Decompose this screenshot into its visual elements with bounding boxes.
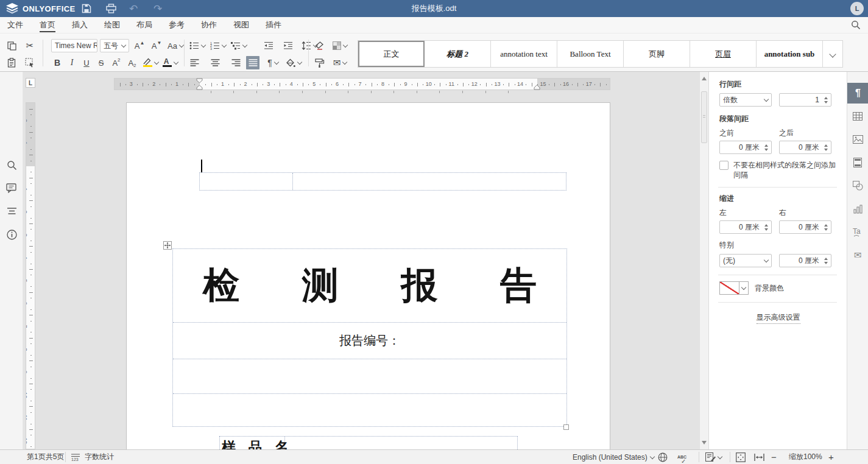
justify-button[interactable] (246, 56, 259, 69)
clear-style-button[interactable] (313, 39, 326, 52)
spacing-before-spinner[interactable]: 0 厘米 (719, 141, 772, 154)
decrease-indent-button[interactable] (262, 39, 275, 52)
language-select[interactable]: English (United States) (573, 450, 654, 464)
align-center-button[interactable] (208, 56, 222, 69)
spinner-up[interactable] (824, 144, 828, 147)
page[interactable]: 检 测 报 告 报告编号： 样 品 名 (126, 102, 610, 464)
tab-file[interactable]: 文件 (7, 17, 23, 33)
mail-merge-settings-tab[interactable]: ✉ (852, 250, 863, 261)
scroll-up-arrow[interactable] (702, 77, 707, 80)
no-space-between-checkbox[interactable] (719, 161, 729, 170)
styles-gallery-expand-button[interactable] (823, 41, 842, 67)
shape-settings-tab[interactable] (852, 180, 863, 191)
tab-layout[interactable]: 布局 (136, 17, 152, 33)
superscript-button[interactable]: A2 (110, 56, 123, 69)
fit-width-button[interactable] (754, 450, 764, 464)
indent-markers[interactable] (196, 78, 203, 90)
scrollbar-thumb[interactable] (701, 91, 707, 143)
line-spacing-value-spinner[interactable]: 1 (779, 93, 831, 107)
image-settings-tab[interactable] (852, 134, 863, 145)
zoom-out-button[interactable]: − (771, 450, 777, 464)
style-footer[interactable]: 页脚 (624, 41, 690, 67)
zoom-value[interactable]: 缩放100% (789, 450, 822, 464)
spinner-down[interactable] (824, 228, 828, 231)
header-table[interactable] (199, 172, 566, 191)
undo-button[interactable]: ↶ (128, 3, 139, 14)
style-header[interactable]: 页眉 (690, 41, 757, 67)
shading-button[interactable] (284, 56, 303, 69)
copy-style-button[interactable] (313, 56, 326, 69)
tab-references[interactable]: 参考 (169, 17, 185, 33)
tab-home[interactable]: 首页 (40, 17, 55, 33)
indent-left-spinner[interactable]: 0 厘米 (719, 220, 772, 234)
spinner-down[interactable] (824, 149, 828, 151)
search-button[interactable] (851, 20, 861, 30)
cut-button[interactable]: ✂ (23, 39, 37, 52)
paste-button[interactable] (5, 56, 18, 69)
navigation-button[interactable] (6, 205, 17, 216)
font-color-button[interactable]: A (160, 56, 179, 69)
save-button[interactable] (81, 3, 92, 14)
user-avatar[interactable]: L (850, 2, 864, 15)
select-all-button[interactable] (23, 56, 37, 69)
spinner-up[interactable] (824, 224, 828, 227)
right-indent-marker[interactable] (534, 84, 540, 90)
title-row[interactable]: 检 测 报 告 (173, 249, 566, 323)
style-annotation-text[interactable]: annotation text (491, 41, 557, 67)
increase-font-button[interactable]: A▲ (133, 39, 146, 52)
spinner-down[interactable] (764, 149, 768, 151)
vertical-ruler[interactable]: 21123456789101112 (26, 102, 35, 449)
comments-button[interactable] (6, 183, 17, 194)
mail-merge-button[interactable]: ✉ (330, 56, 350, 69)
increase-indent-button[interactable] (281, 39, 295, 52)
strikethrough-button[interactable]: S (95, 56, 107, 69)
page-number-indicator[interactable]: 第1页共5页 (27, 450, 64, 464)
align-left-button[interactable] (188, 56, 201, 69)
style-annotation-subject[interactable]: annotation sub (757, 41, 823, 67)
highlight-color-button[interactable] (140, 56, 160, 69)
numbering-button[interactable]: 123 (208, 39, 228, 52)
spell-check-button[interactable]: ABC ✓ (677, 450, 686, 464)
spinner-up[interactable] (764, 144, 768, 147)
textart-settings-tab[interactable]: Ta (852, 227, 863, 237)
title-table[interactable]: 检 测 报 告 报告编号： (172, 248, 567, 427)
special-indent-spinner[interactable]: 0 厘米 (779, 254, 831, 267)
spinner-up[interactable] (824, 97, 828, 99)
tab-draw[interactable]: 绘图 (104, 17, 120, 33)
print-button[interactable] (105, 3, 116, 14)
chart-settings-tab[interactable] (852, 203, 863, 214)
spinner-down[interactable] (824, 101, 828, 104)
spinner-down[interactable] (824, 262, 828, 264)
color-scheme-button[interactable] (330, 39, 350, 52)
table-move-handle[interactable] (163, 241, 172, 250)
redo-button[interactable]: ↷ (152, 3, 163, 14)
empty-row[interactable] (173, 359, 566, 394)
tab-stop-selector[interactable]: L (26, 78, 35, 88)
multilevel-list-button[interactable] (229, 39, 249, 52)
italic-button[interactable]: I (66, 56, 78, 69)
bold-button[interactable]: B (51, 56, 63, 69)
table-settings-tab[interactable] (852, 111, 863, 122)
line-spacing-type-select[interactable]: 倍数 (719, 93, 772, 107)
decrease-font-button[interactable]: A▼ (150, 39, 163, 52)
word-count-button[interactable]: 123 字数统计 (71, 450, 114, 464)
zoom-in-button[interactable]: + (828, 450, 834, 464)
indent-right-spinner[interactable]: 0 厘米 (779, 220, 831, 234)
copy-button[interactable] (5, 39, 18, 52)
empty-row[interactable] (173, 393, 566, 426)
about-button[interactable] (6, 229, 17, 240)
spinner-up[interactable] (764, 224, 768, 227)
change-case-button[interactable]: Aa (166, 39, 185, 52)
spinner-down[interactable] (764, 228, 768, 231)
spacing-after-spinner[interactable]: 0 厘米 (779, 141, 831, 154)
vertical-scrollbar[interactable] (699, 72, 708, 449)
font-name-select[interactable]: Times New R (51, 39, 97, 52)
report-number-row[interactable]: 报告编号： (173, 322, 566, 359)
advanced-settings-link[interactable]: 显示高级设置 (757, 312, 800, 324)
style-heading2[interactable]: 标题 2 (425, 41, 491, 67)
find-button[interactable] (6, 160, 17, 170)
background-color-swatch[interactable] (719, 281, 739, 295)
scroll-down-arrow[interactable] (702, 441, 707, 445)
tab-collaboration[interactable]: 协作 (201, 17, 217, 33)
special-indent-select[interactable]: (无) (719, 254, 772, 267)
